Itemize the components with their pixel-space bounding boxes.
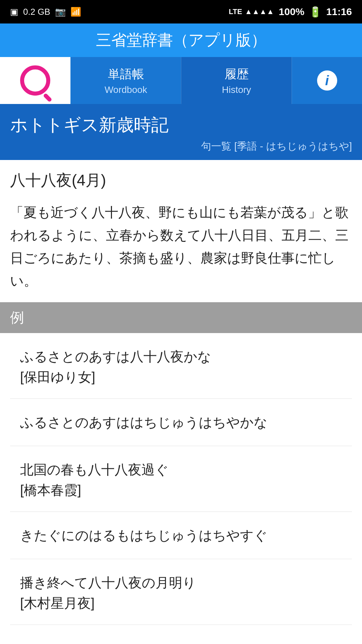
example-header: 例 <box>0 302 362 333</box>
title-bar: 三省堂辞書（アプリ版） <box>0 23 362 57</box>
status-right: LTE ▲▲▲▲ 100% 🔋 11:16 <box>229 6 352 18</box>
search-tab[interactable] <box>0 57 70 104</box>
battery-percent: 100% <box>279 6 305 17</box>
entry-header: ホトトギス新歳時記 句一覧 [季語 - はちじゅうはちや] <box>0 104 362 160</box>
photo-icon: ▣ <box>10 7 18 17</box>
search-icon <box>20 65 50 96</box>
status-left: ▣ 0.2 GB 📷 📶 <box>10 7 81 17</box>
word-description: 「夏も近づく八十八夜、野にも山にも若葉が茂る」と歌われるように、立春から数えて八… <box>10 201 352 292</box>
clock: 11:16 <box>326 6 352 17</box>
app-title: 三省堂辞書（アプリ版） <box>96 30 266 51</box>
info-tab[interactable]: i <box>292 57 362 104</box>
wordbook-tab[interactable]: 単語帳 Wordbook <box>70 57 181 104</box>
nav-bar: 単語帳 Wordbook 履歴 History i <box>0 57 362 104</box>
network-type: LTE ▲▲▲▲ <box>229 7 274 16</box>
word-heading: 八十八夜(4月) <box>10 170 352 191</box>
history-label-jp: 履歴 <box>225 66 249 83</box>
example-item: ふるさとのあすははちじゅうはちやかな <box>10 399 352 446</box>
entry-title: ホトトギス新歳時記 <box>10 113 352 137</box>
storage-indicator: 0.2 GB <box>23 7 50 17</box>
examples-list: ふるさとのあすは八十八夜かな[保田ゆり女]ふるさとのあすははちじゅうはちやかな北… <box>10 333 352 625</box>
lte-label: LTE <box>229 7 242 16</box>
camera-icon: 📷 <box>55 7 66 17</box>
example-item: 北国の春も八十八夜過ぐ[橋本春霞] <box>10 446 352 512</box>
example-author: [木村星月夜] <box>20 594 342 612</box>
status-bar: ▣ 0.2 GB 📷 📶 LTE ▲▲▲▲ 100% 🔋 11:16 <box>0 0 362 23</box>
example-author: [橋本春霞] <box>20 481 342 499</box>
example-text: 北国の春も八十八夜過ぐ <box>20 458 342 481</box>
signal-bars: ▲▲▲▲ <box>245 7 274 16</box>
history-tab[interactable]: 履歴 History <box>181 57 292 104</box>
signal-icon: 📶 <box>70 7 81 17</box>
example-item: きたぐにのはるもはちじゅうはちやすぐ <box>10 512 352 559</box>
wordbook-label-en: Wordbook <box>105 85 147 95</box>
battery-icon: 🔋 <box>309 6 321 18</box>
main-content: 八十八夜(4月) 「夏も近づく八十八夜、野にも山にも若葉が茂る」と歌われるように… <box>0 160 362 625</box>
example-label: 例 <box>10 310 24 325</box>
example-text: 播き終へて八十八夜の月明り <box>20 571 342 594</box>
history-label-en: History <box>222 85 251 95</box>
wordbook-label-jp: 単語帳 <box>108 66 144 83</box>
example-text: ふるさとのあすははちじゅうはちやかな <box>20 411 342 434</box>
entry-subtitle: 句一覧 [季語 - はちじゅうはちや] <box>10 140 352 153</box>
example-text: きたぐにのはるもはちじゅうはちやすぐ <box>20 524 342 547</box>
info-icon: i <box>317 70 337 91</box>
example-item: ふるさとのあすは八十八夜かな[保田ゆり女] <box>10 333 352 399</box>
example-author: [保田ゆり女] <box>20 368 342 386</box>
example-text: ふるさとのあすは八十八夜かな <box>20 345 342 368</box>
example-item: 播き終へて八十八夜の月明り[木村星月夜] <box>10 559 352 625</box>
